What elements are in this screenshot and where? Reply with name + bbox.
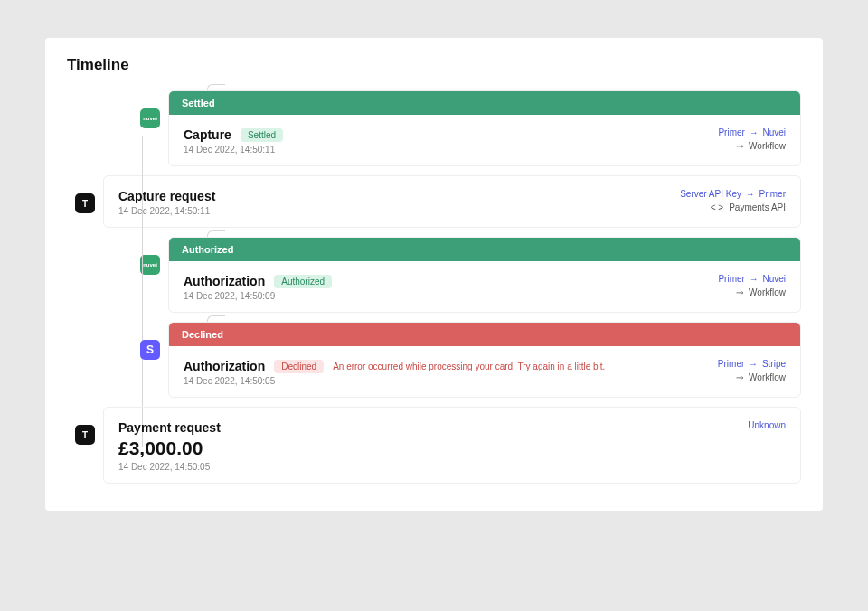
timeline-event: T Capture request 14 Dec 2022, 14:50:11 …: [67, 175, 801, 228]
nuvei-icon: nuvei: [140, 108, 160, 128]
event-card[interactable]: Settled Capture Settled 14 Dec 2022, 14:…: [168, 90, 801, 166]
processor-icon-col: nuvei: [132, 90, 168, 128]
stripe-icon: S: [140, 340, 160, 360]
timestamp: 14 Dec 2022, 14:50:09: [184, 291, 332, 301]
api-icon: T: [75, 425, 95, 445]
timeline-event: S Declined Authorization Declined An err…: [67, 322, 801, 398]
event-card[interactable]: Declined Authorization Declined An error…: [168, 322, 801, 398]
workflow-icon: ⊸: [736, 372, 743, 382]
nuvei-icon: nuvei: [140, 255, 160, 275]
route: Primer → Nuvei: [718, 127, 786, 137]
meta-workflow: ⊸ Workflow: [736, 287, 786, 297]
timeline-event: nuvei Settled Capture Settled 14 Dec 202…: [67, 90, 801, 166]
processor-icon-col: S: [132, 322, 168, 360]
status-badge: Declined: [274, 360, 324, 373]
route: Primer → Nuvei: [718, 274, 786, 284]
status-badge: Authorized: [274, 275, 332, 288]
timeline-event: T Payment request £3,000.00 14 Dec 2022,…: [67, 407, 801, 484]
event-card[interactable]: Authorized Authorization Authorized 14 D…: [168, 237, 801, 313]
timestamp: 14 Dec 2022, 14:50:11: [184, 145, 283, 155]
event-card[interactable]: Capture request 14 Dec 2022, 14:50:11 Se…: [103, 175, 801, 228]
workflow-icon: ⊸: [736, 287, 743, 297]
event-title: Payment request: [118, 420, 221, 435]
timestamp: 14 Dec 2022, 14:50:05: [184, 376, 605, 386]
route: Server API Key → Primer: [680, 189, 786, 199]
error-message: An error occurred while processing your …: [333, 362, 605, 371]
route: Primer → Stripe: [718, 359, 786, 369]
event-title: Capture request: [118, 189, 215, 203]
status-bar: Declined: [169, 323, 800, 346]
event-title: Authorization: [184, 274, 265, 288]
status-bar: Authorized: [169, 238, 800, 261]
meta-workflow: ⊸ Workflow: [736, 372, 786, 382]
timestamp: 14 Dec 2022, 14:50:05: [118, 462, 221, 472]
meta-workflow: ⊸ Workflow: [736, 141, 786, 151]
processor-icon-col: T: [67, 407, 103, 445]
meta-payments-api: < > Payments API: [711, 202, 786, 212]
event-card[interactable]: Payment request £3,000.00 14 Dec 2022, 1…: [103, 407, 801, 484]
processor-icon-col: nuvei: [132, 237, 168, 275]
payment-amount: £3,000.00: [118, 437, 221, 459]
timeline-event: nuvei Authorized Authorization Authorize…: [67, 237, 801, 313]
api-icon: T: [75, 193, 95, 213]
route: Unknown: [748, 420, 786, 430]
timestamp: 14 Dec 2022, 14:50:11: [118, 206, 215, 216]
event-title: Capture: [184, 127, 231, 142]
page-title: Timeline: [67, 56, 801, 74]
status-badge: Settled: [241, 128, 283, 142]
processor-icon-col: T: [67, 175, 103, 213]
event-title: Authorization: [184, 359, 265, 373]
code-icon: < >: [711, 202, 723, 212]
timeline-panel: Timeline nuvei Settled Capture Settled 1…: [45, 38, 823, 511]
status-bar: Settled: [169, 91, 800, 115]
workflow-icon: ⊸: [736, 141, 743, 151]
